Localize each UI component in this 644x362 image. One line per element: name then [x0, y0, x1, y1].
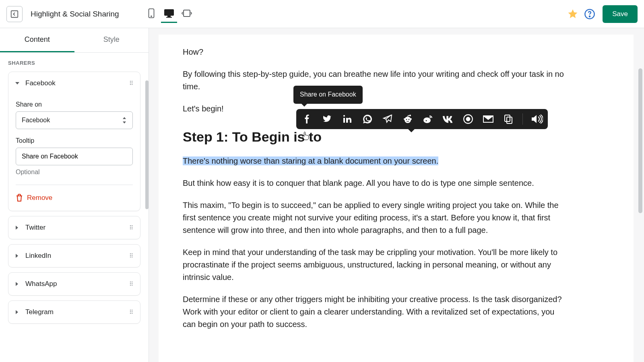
- heading-step: Step 1: To Begin is to: [183, 126, 569, 148]
- help-icon[interactable]: [584, 8, 595, 20]
- reddit-icon[interactable]: [402, 113, 414, 125]
- sharer-name: WhatsApp: [25, 280, 129, 288]
- vk-icon[interactable]: [442, 113, 454, 125]
- sharer-name: Telegram: [25, 308, 129, 316]
- field-label-share-on: Share on: [16, 101, 133, 108]
- sharer-name: Facebook: [25, 79, 129, 87]
- sharer-name: LinkedIn: [25, 252, 129, 260]
- paragraph: Determine if these or any other triggers…: [183, 293, 569, 331]
- email-icon[interactable]: [482, 113, 494, 125]
- svg-point-17: [423, 117, 431, 123]
- star-icon[interactable]: [567, 8, 578, 20]
- device-mobile-button[interactable]: [143, 5, 159, 23]
- drag-handle-icon[interactable]: ⠿: [129, 253, 134, 259]
- drag-handle-icon[interactable]: ⠿: [129, 309, 134, 315]
- paragraph: This maxim, "To begin is to succeed," ca…: [183, 199, 569, 237]
- remove-label: Remove: [27, 194, 52, 202]
- highlighted-text[interactable]: There's nothing worse than staring at a …: [183, 156, 438, 165]
- section-label-sharers: SHARERS: [8, 60, 140, 66]
- preview-pane: How? By following this step-by-step guid…: [149, 28, 644, 362]
- svg-rect-5: [166, 17, 172, 18]
- cursor-pointer-icon: [302, 131, 310, 141]
- sharer-card-telegram: Telegram ⠿: [8, 300, 140, 324]
- sharer-name: Twitter: [25, 224, 129, 232]
- divider: [16, 185, 133, 185]
- svg-rect-3: [164, 9, 174, 16]
- chevron-right-icon: [15, 282, 20, 286]
- whatsapp-icon[interactable]: [361, 113, 374, 125]
- svg-point-12: [404, 118, 405, 120]
- preview-document: How? By following this step-by-step guid…: [159, 35, 634, 362]
- svg-point-18: [426, 120, 427, 121]
- messenger-icon[interactable]: [462, 113, 474, 125]
- sharer-card-linkedin: LinkedIn ⠿: [8, 244, 140, 267]
- sidebar-scrollbar[interactable]: [145, 80, 149, 209]
- sharer-header-linkedin[interactable]: LinkedIn ⠿: [8, 245, 140, 267]
- sharer-header-telegram[interactable]: Telegram ⠿: [8, 301, 140, 323]
- sharer-card-whatsapp: WhatsApp ⠿: [8, 272, 140, 296]
- preview-scrollbar[interactable]: [638, 68, 642, 213]
- drag-handle-icon[interactable]: ⠿: [129, 80, 134, 86]
- paragraph-highlighted: There's nothing worse than staring at a …: [183, 155, 569, 167]
- drag-handle-icon[interactable]: ⠿: [129, 224, 134, 231]
- tab-content[interactable]: Content: [0, 28, 74, 52]
- svg-rect-0: [11, 10, 18, 17]
- svg-rect-22: [507, 117, 512, 123]
- share-on-select[interactable]: Facebook: [16, 111, 133, 129]
- drag-handle-icon[interactable]: ⠿: [129, 281, 134, 287]
- chevron-right-icon: [15, 225, 20, 230]
- svg-rect-4: [167, 16, 171, 17]
- paragraph: But think how easy it is to conquer that…: [183, 177, 569, 189]
- chevron-down-icon: [15, 81, 20, 85]
- device-desktop-button[interactable]: [161, 5, 177, 23]
- facebook-icon[interactable]: [301, 113, 313, 125]
- svg-point-15: [406, 119, 407, 120]
- linkedin-icon[interactable]: [341, 113, 353, 125]
- paragraph: By following this step-by-step guide, yo…: [183, 68, 569, 93]
- share-tooltip: Share on Facebook: [293, 86, 363, 104]
- svg-rect-6: [184, 10, 190, 16]
- share-toolbar-popover: Share on Facebook: [296, 109, 548, 129]
- chevron-right-icon: [15, 253, 20, 258]
- remove-button[interactable]: Remove: [16, 194, 133, 202]
- tab-style[interactable]: Style: [74, 28, 149, 52]
- tooltip-input[interactable]: [16, 148, 133, 165]
- device-fullwidth-button[interactable]: [179, 5, 195, 23]
- save-button[interactable]: Save: [603, 5, 638, 23]
- copy-icon[interactable]: [502, 113, 514, 125]
- chevron-right-icon: [15, 310, 20, 315]
- svg-point-20: [466, 117, 470, 121]
- field-label-tooltip: Tooltip: [16, 137, 133, 144]
- svg-rect-21: [505, 115, 510, 121]
- svg-point-2: [151, 16, 152, 17]
- telegram-icon[interactable]: [382, 113, 394, 125]
- toolbar-separator: [522, 113, 523, 125]
- twitter-icon[interactable]: [321, 113, 333, 125]
- paragraph: How?: [183, 46, 569, 58]
- svg-point-10: [343, 115, 345, 117]
- svg-point-16: [409, 119, 410, 120]
- paragraph: Keep in mind that your understanding of …: [183, 246, 569, 284]
- svg-point-11: [405, 117, 411, 123]
- weibo-icon[interactable]: [422, 113, 434, 125]
- speaker-icon[interactable]: [531, 113, 543, 125]
- sharer-header-twitter[interactable]: Twitter ⠿: [8, 216, 140, 239]
- trash-icon: [16, 194, 23, 202]
- page-title: Highlight & Social Sharing: [31, 10, 119, 19]
- sharer-header-facebook[interactable]: Facebook ⠿: [8, 72, 140, 95]
- optional-hint: Optional: [16, 169, 133, 176]
- sharer-header-whatsapp[interactable]: WhatsApp ⠿: [8, 273, 140, 295]
- sharer-card-facebook: Facebook ⠿ Share on Facebook Tooltip Opt…: [8, 72, 140, 211]
- svg-point-8: [589, 16, 590, 16]
- share-toolbar: [296, 109, 548, 129]
- back-button[interactable]: [6, 6, 23, 22]
- svg-rect-9: [343, 118, 345, 123]
- svg-point-13: [410, 118, 412, 120]
- sharer-card-twitter: Twitter ⠿: [8, 216, 140, 239]
- select-arrows-icon: [122, 117, 127, 123]
- select-value: Facebook: [22, 117, 50, 124]
